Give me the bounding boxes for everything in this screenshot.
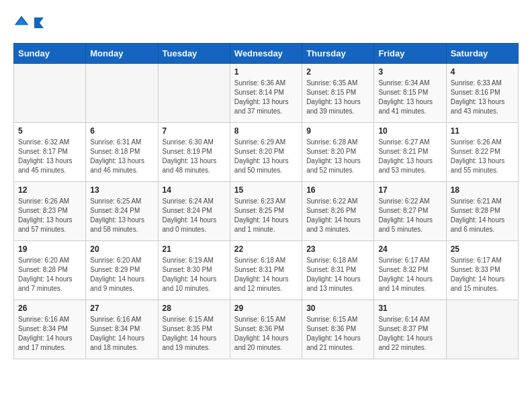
day-number: 25: [451, 244, 514, 254]
day-number: 22: [234, 244, 298, 254]
calendar-cell: 16Sunrise: 6:22 AM Sunset: 8:26 PM Dayli…: [302, 182, 374, 241]
calendar-cell: 13Sunrise: 6:25 AM Sunset: 8:24 PM Dayli…: [86, 182, 158, 241]
day-number: 10: [378, 126, 441, 136]
day-number: 8: [234, 126, 298, 136]
calendar-cell: 28Sunrise: 6:15 AM Sunset: 8:35 PM Dayli…: [158, 300, 230, 359]
day-number: 28: [163, 304, 226, 313]
day-number: 29: [234, 304, 298, 313]
logo: [13, 13, 45, 32]
calendar-cell: 9Sunrise: 6:28 AM Sunset: 8:20 PM Daylig…: [302, 123, 374, 182]
day-number: 17: [378, 185, 441, 195]
svg-marker-2: [34, 17, 44, 28]
day-info: Sunrise: 6:15 AM Sunset: 8:36 PM Dayligh…: [306, 315, 369, 353]
day-number: 19: [18, 244, 81, 254]
calendar-week-row: 1Sunrise: 6:36 AM Sunset: 8:14 PM Daylig…: [14, 64, 519, 123]
day-info: Sunrise: 6:32 AM Sunset: 8:17 PM Dayligh…: [18, 138, 81, 175]
calendar-cell: 31Sunrise: 6:14 AM Sunset: 8:37 PM Dayli…: [374, 300, 446, 359]
day-number: 3: [378, 67, 441, 77]
calendar-week-row: 26Sunrise: 6:16 AM Sunset: 8:34 PM Dayli…: [14, 300, 519, 359]
day-info: Sunrise: 6:15 AM Sunset: 8:35 PM Dayligh…: [163, 315, 226, 353]
calendar-cell: 7Sunrise: 6:30 AM Sunset: 8:19 PM Daylig…: [158, 123, 230, 182]
calendar-week-row: 19Sunrise: 6:20 AM Sunset: 8:28 PM Dayli…: [14, 241, 519, 300]
calendar-cell: 25Sunrise: 6:17 AM Sunset: 8:33 PM Dayli…: [446, 241, 518, 300]
day-info: Sunrise: 6:25 AM Sunset: 8:24 PM Dayligh…: [90, 197, 153, 234]
day-info: Sunrise: 6:24 AM Sunset: 8:24 PM Dayligh…: [163, 197, 226, 234]
day-number: 24: [378, 244, 441, 254]
calendar-cell: [14, 64, 86, 123]
page-header: [13, 13, 519, 32]
day-number: 13: [90, 185, 153, 195]
day-number: 4: [451, 67, 514, 77]
calendar-cell: 4Sunrise: 6:33 AM Sunset: 8:16 PM Daylig…: [446, 64, 518, 123]
day-header-wednesday: Wednesday: [230, 44, 302, 64]
day-number: 6: [90, 126, 153, 136]
calendar-cell: 2Sunrise: 6:35 AM Sunset: 8:15 PM Daylig…: [302, 64, 374, 123]
day-info: Sunrise: 6:31 AM Sunset: 8:18 PM Dayligh…: [90, 138, 153, 175]
calendar-cell: 11Sunrise: 6:26 AM Sunset: 8:22 PM Dayli…: [446, 123, 518, 182]
calendar-week-row: 5Sunrise: 6:32 AM Sunset: 8:17 PM Daylig…: [14, 123, 519, 182]
day-number: 21: [163, 244, 226, 254]
day-number: 5: [18, 126, 81, 136]
day-info: Sunrise: 6:23 AM Sunset: 8:25 PM Dayligh…: [234, 197, 298, 234]
day-info: Sunrise: 6:35 AM Sunset: 8:15 PM Dayligh…: [306, 79, 369, 116]
calendar-cell: 1Sunrise: 6:36 AM Sunset: 8:14 PM Daylig…: [230, 64, 302, 123]
day-number: 20: [90, 244, 153, 254]
calendar-cell: 6Sunrise: 6:31 AM Sunset: 8:18 PM Daylig…: [86, 123, 158, 182]
calendar-cell: 5Sunrise: 6:32 AM Sunset: 8:17 PM Daylig…: [14, 123, 86, 182]
day-info: Sunrise: 6:26 AM Sunset: 8:23 PM Dayligh…: [18, 197, 81, 234]
day-info: Sunrise: 6:17 AM Sunset: 8:33 PM Dayligh…: [451, 256, 514, 293]
day-info: Sunrise: 6:20 AM Sunset: 8:29 PM Dayligh…: [90, 256, 153, 293]
calendar-cell: 14Sunrise: 6:24 AM Sunset: 8:24 PM Dayli…: [158, 182, 230, 241]
day-number: 2: [306, 67, 369, 77]
day-info: Sunrise: 6:36 AM Sunset: 8:14 PM Dayligh…: [234, 79, 298, 116]
day-info: Sunrise: 6:15 AM Sunset: 8:36 PM Dayligh…: [234, 315, 298, 353]
day-info: Sunrise: 6:26 AM Sunset: 8:22 PM Dayligh…: [451, 138, 514, 175]
calendar-cell: [158, 64, 230, 123]
day-number: 23: [306, 244, 369, 254]
day-header-thursday: Thursday: [302, 44, 374, 64]
day-info: Sunrise: 6:27 AM Sunset: 8:21 PM Dayligh…: [378, 138, 441, 175]
calendar-header-row: SundayMondayTuesdayWednesdayThursdayFrid…: [14, 44, 519, 64]
calendar-week-row: 12Sunrise: 6:26 AM Sunset: 8:23 PM Dayli…: [14, 182, 519, 241]
day-number: 31: [378, 304, 441, 313]
calendar-cell: 12Sunrise: 6:26 AM Sunset: 8:23 PM Dayli…: [14, 182, 86, 241]
day-info: Sunrise: 6:22 AM Sunset: 8:26 PM Dayligh…: [306, 197, 369, 234]
day-info: Sunrise: 6:34 AM Sunset: 8:15 PM Dayligh…: [378, 79, 441, 116]
day-header-friday: Friday: [374, 44, 446, 64]
day-info: Sunrise: 6:22 AM Sunset: 8:27 PM Dayligh…: [378, 197, 441, 234]
calendar-cell: 3Sunrise: 6:34 AM Sunset: 8:15 PM Daylig…: [374, 64, 446, 123]
day-number: 9: [306, 126, 369, 136]
calendar-cell: 29Sunrise: 6:15 AM Sunset: 8:36 PM Dayli…: [230, 300, 302, 359]
calendar-cell: 24Sunrise: 6:17 AM Sunset: 8:32 PM Dayli…: [374, 241, 446, 300]
day-info: Sunrise: 6:29 AM Sunset: 8:20 PM Dayligh…: [234, 138, 298, 175]
day-info: Sunrise: 6:19 AM Sunset: 8:30 PM Dayligh…: [163, 256, 226, 293]
calendar-cell: 18Sunrise: 6:21 AM Sunset: 8:28 PM Dayli…: [446, 182, 518, 241]
day-header-monday: Monday: [86, 44, 158, 64]
day-info: Sunrise: 6:30 AM Sunset: 8:19 PM Dayligh…: [163, 138, 226, 175]
day-number: 18: [451, 185, 514, 195]
day-info: Sunrise: 6:17 AM Sunset: 8:32 PM Dayligh…: [378, 256, 441, 293]
day-info: Sunrise: 6:18 AM Sunset: 8:31 PM Dayligh…: [234, 256, 298, 293]
day-number: 14: [163, 185, 226, 195]
logo-icon: [13, 13, 30, 30]
calendar-cell: 15Sunrise: 6:23 AM Sunset: 8:25 PM Dayli…: [230, 182, 302, 241]
day-number: 12: [18, 185, 81, 195]
day-info: Sunrise: 6:20 AM Sunset: 8:28 PM Dayligh…: [18, 256, 81, 293]
day-info: Sunrise: 6:28 AM Sunset: 8:20 PM Dayligh…: [306, 138, 369, 175]
calendar-cell: 30Sunrise: 6:15 AM Sunset: 8:36 PM Dayli…: [302, 300, 374, 359]
calendar-cell: 10Sunrise: 6:27 AM Sunset: 8:21 PM Dayli…: [374, 123, 446, 182]
calendar-cell: 19Sunrise: 6:20 AM Sunset: 8:28 PM Dayli…: [14, 241, 86, 300]
day-number: 7: [163, 126, 226, 136]
day-info: Sunrise: 6:33 AM Sunset: 8:16 PM Dayligh…: [451, 79, 514, 116]
day-info: Sunrise: 6:14 AM Sunset: 8:37 PM Dayligh…: [378, 315, 441, 353]
day-number: 15: [234, 185, 298, 195]
day-number: 30: [306, 304, 369, 313]
day-info: Sunrise: 6:18 AM Sunset: 8:31 PM Dayligh…: [306, 256, 369, 293]
calendar-cell: 17Sunrise: 6:22 AM Sunset: 8:27 PM Dayli…: [374, 182, 446, 241]
day-header-sunday: Sunday: [14, 44, 86, 64]
day-info: Sunrise: 6:16 AM Sunset: 8:34 PM Dayligh…: [90, 315, 153, 353]
calendar-cell: 23Sunrise: 6:18 AM Sunset: 8:31 PM Dayli…: [302, 241, 374, 300]
calendar-cell: 20Sunrise: 6:20 AM Sunset: 8:29 PM Dayli…: [86, 241, 158, 300]
day-info: Sunrise: 6:16 AM Sunset: 8:34 PM Dayligh…: [18, 315, 81, 353]
day-header-tuesday: Tuesday: [158, 44, 230, 64]
